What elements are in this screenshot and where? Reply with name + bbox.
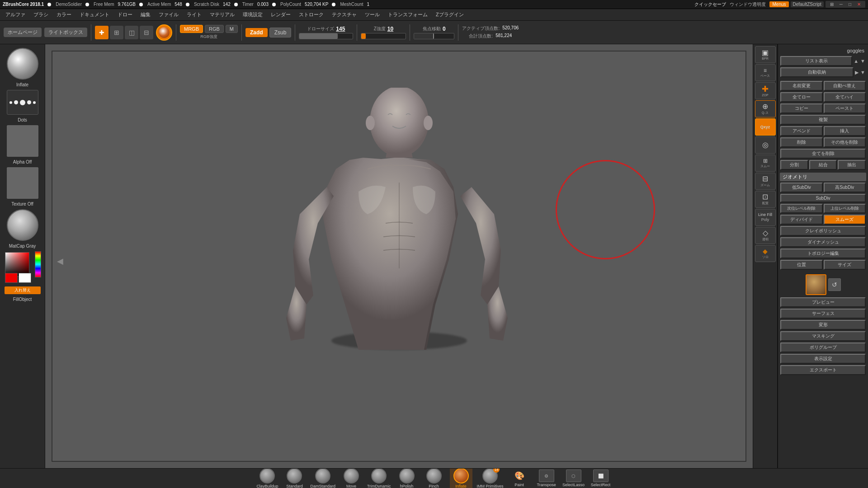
bottom-transpose[interactable]: ⚙ Transpose: [535, 469, 558, 487]
menu-light[interactable]: ライト: [183, 10, 205, 19]
canvas-area[interactable]: ◀: [45, 44, 753, 468]
menu-preferences[interactable]: 環境設定: [239, 10, 266, 19]
tool-thumbnail[interactable]: [806, 274, 826, 295]
bpr-button[interactable]: ▣ BPR: [755, 46, 776, 63]
bottom-claybuildup[interactable]: ClayBuildup: [256, 468, 278, 488]
geometry-title[interactable]: ジオメトリ: [780, 173, 866, 181]
menu-tool[interactable]: ツール: [361, 10, 383, 19]
menu-brush[interactable]: ブラシ: [30, 10, 52, 19]
bottom-standard[interactable]: Standard: [283, 468, 306, 488]
canvas-arrow-left[interactable]: ◀: [57, 256, 63, 266]
all-delete-button[interactable]: 全てを削除: [780, 149, 866, 159]
position-button[interactable]: 位置: [780, 260, 823, 270]
menu-texture[interactable]: テクスチャ: [328, 10, 360, 19]
other-delete-button[interactable]: その他を削除: [824, 137, 866, 147]
menu-alpha[interactable]: アルファ: [2, 10, 29, 19]
bottom-selectrect[interactable]: ⬜ SelectRect: [590, 469, 612, 487]
rgb-button[interactable]: RGB: [205, 25, 224, 33]
zop-button[interactable]: ✚ ZOP: [755, 82, 776, 99]
bottom-hpolish[interactable]: hPolish: [396, 468, 418, 488]
menu-document[interactable]: ドキュメント: [76, 10, 113, 19]
clay-polish-button[interactable]: クレイポリッシュ: [780, 226, 866, 236]
duplicate-button[interactable]: 複製: [780, 115, 866, 125]
list-arrow-up[interactable]: ▲: [853, 57, 859, 65]
insert-button[interactable]: 挿入: [824, 126, 866, 136]
menu-draw[interactable]: ドロー: [114, 10, 136, 19]
auto-replace-button[interactable]: 自動ぺ替え: [824, 81, 866, 91]
bottom-damstandard[interactable]: DamStandard: [310, 468, 335, 488]
foreground-color[interactable]: [5, 273, 18, 283]
bottom-selectlasso[interactable]: ⬡ SelectLasso: [562, 469, 585, 487]
default-zscript-btn[interactable]: DefaultZScript: [791, 1, 824, 7]
paste-button[interactable]: ペースト: [824, 103, 866, 113]
list-display-button[interactable]: リスト表示: [780, 56, 852, 66]
masking-button[interactable]: マスキング: [780, 331, 866, 341]
menu-material[interactable]: マテリアル: [206, 10, 238, 19]
delete-button[interactable]: 削除: [780, 137, 823, 147]
surface-button[interactable]: サーフェス: [780, 309, 866, 319]
dots-preview[interactable]: [7, 90, 38, 115]
background-color[interactable]: [19, 273, 31, 283]
quick-save-btn[interactable]: クイックセーブ: [694, 1, 726, 8]
bottom-pinch[interactable]: Pinch: [423, 468, 445, 488]
zadd-button[interactable]: Zadd: [245, 28, 268, 37]
solo-button[interactable]: ◆ ソロ: [755, 245, 776, 262]
texture-preview[interactable]: [7, 167, 38, 199]
m-button[interactable]: M: [226, 25, 238, 33]
deform-button[interactable]: 変形: [780, 320, 866, 330]
all-low-button[interactable]: 全てロー: [780, 92, 823, 102]
window-trans-btn[interactable]: ウィンドウ透明度: [730, 1, 766, 8]
extract-button[interactable]: 抽出: [838, 160, 866, 170]
size-button[interactable]: サイズ: [824, 260, 866, 270]
auto-arrow-right[interactable]: ▶: [854, 69, 859, 76]
copy-button[interactable]: コピー: [780, 103, 823, 113]
dynamesh-button[interactable]: ダイナメッシュ: [780, 237, 866, 247]
linefill-button[interactable]: Line Fill Poly: [755, 209, 776, 226]
homepage-button[interactable]: ホームページ: [4, 28, 42, 37]
merge-button[interactable]: 結合: [809, 160, 837, 170]
icon-settings[interactable]: ⊞: [828, 1, 836, 7]
icon-minimize[interactable]: ─: [837, 1, 845, 7]
preview-button[interactable]: プレビュー: [780, 297, 866, 307]
bottom-imm-primitives[interactable]: 14 IMM Primitives: [477, 468, 504, 488]
brush-icon-display[interactable]: [156, 24, 172, 41]
menu-render[interactable]: レンダー: [267, 10, 294, 19]
all-high-button[interactable]: 全てハイ: [824, 92, 866, 102]
subdiv-button[interactable]: SubDiv: [780, 194, 866, 202]
polygroup-button[interactable]: ポリグループ: [780, 343, 866, 352]
smooth-small-button[interactable]: ⊞ スムー: [755, 155, 776, 172]
zsub-button[interactable]: Zsub: [269, 28, 292, 38]
frame-button[interactable]: ◎: [755, 136, 776, 154]
menu-file[interactable]: ファイル: [155, 10, 182, 19]
draw-mode-btn-3[interactable]: ◫: [125, 26, 138, 39]
bottom-trimdynamic[interactable]: TrimDynamic: [367, 468, 391, 488]
menu-transform[interactable]: トランスフォーム: [384, 10, 431, 19]
lightbox-button[interactable]: ライトボックス: [44, 28, 87, 37]
transparent-button[interactable]: ◇ 透明: [755, 227, 776, 244]
fill-object-button[interactable]: FillObject: [13, 297, 32, 302]
lower-subdiv-del-button[interactable]: 次位レベル削除: [780, 204, 823, 213]
draw-mode-btn-1[interactable]: ✚: [95, 26, 108, 39]
subdiv-high-button[interactable]: 高SubDiv: [824, 183, 866, 192]
bottom-inflate[interactable]: Inflate: [450, 468, 472, 488]
place-button[interactable]: ⊡ 配置: [755, 191, 776, 208]
brush-preview[interactable]: [7, 48, 38, 80]
menu-color[interactable]: カラー: [53, 10, 75, 19]
swap-colors-button[interactable]: 入れ替え: [5, 286, 41, 294]
xyz-button[interactable]: Qxyz: [755, 118, 776, 136]
list-arrow-down[interactable]: ▼: [859, 57, 866, 65]
auto-save-button[interactable]: 自動収納: [780, 67, 854, 77]
color-picker-area[interactable]: [4, 251, 41, 283]
undo-button[interactable]: ↺: [828, 278, 841, 291]
base-button[interactable]: ≡ ベース: [755, 64, 776, 81]
display-settings-button[interactable]: 表示設定: [780, 354, 866, 364]
rename-button[interactable]: 名前変更: [780, 81, 823, 91]
bottom-paint[interactable]: 🎨 Paint: [508, 469, 531, 487]
append-button[interactable]: アペンド: [780, 126, 823, 136]
zoom-button[interactable]: ⊟ ズーム: [755, 173, 776, 190]
menu-zplugin[interactable]: Zプラグイン: [432, 10, 467, 19]
dynameshed-button[interactable]: ディバイド: [780, 215, 823, 225]
menus-btn[interactable]: Menus: [769, 1, 788, 7]
auto-arrow-down2[interactable]: ▼: [859, 69, 866, 76]
icon-maximize[interactable]: □: [846, 1, 854, 7]
